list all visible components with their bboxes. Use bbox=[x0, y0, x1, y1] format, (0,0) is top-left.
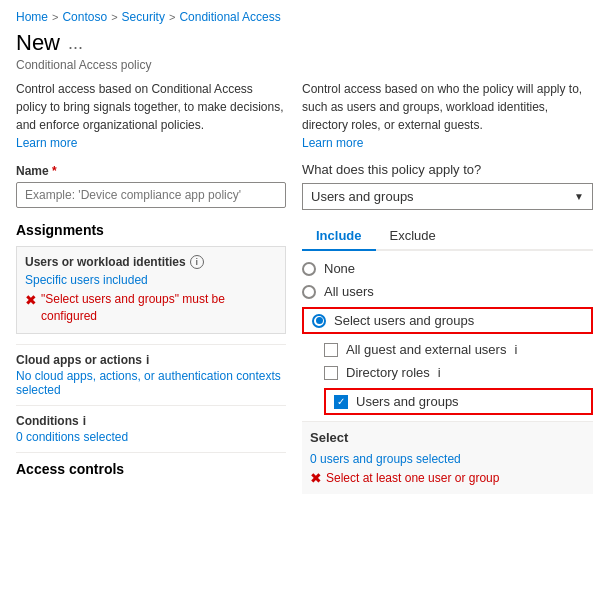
assignments-title: Assignments bbox=[16, 222, 286, 238]
tab-exclude[interactable]: Exclude bbox=[376, 222, 450, 251]
select-section: Select 0 users and groups selected ✖ Sel… bbox=[302, 421, 593, 494]
policy-question: What does this policy apply to? bbox=[302, 162, 593, 177]
cloud-apps-title[interactable]: Cloud apps or actions bbox=[16, 353, 142, 367]
page-title: New bbox=[16, 30, 60, 56]
breadcrumb-home[interactable]: Home bbox=[16, 10, 48, 24]
conditions-item: Conditions i 0 conditions selected bbox=[16, 405, 286, 452]
dropdown-value: Users and groups bbox=[311, 189, 414, 204]
checkbox-users-groups-icon bbox=[334, 395, 348, 409]
page-title-container: New ... bbox=[16, 30, 593, 56]
option-all-users-label: All users bbox=[324, 284, 374, 299]
left-panel: Control access based on Conditional Acce… bbox=[16, 80, 286, 494]
cloud-apps-item: Cloud apps or actions i No cloud apps, a… bbox=[16, 344, 286, 405]
users-workload-group: Users or workload identities i Specific … bbox=[16, 246, 286, 334]
page-header: New ... Conditional Access policy bbox=[0, 30, 609, 80]
breadcrumb-sep-3: > bbox=[169, 11, 175, 23]
breadcrumb-sep-2: > bbox=[111, 11, 117, 23]
page-subtitle: Conditional Access policy bbox=[16, 58, 593, 72]
left-description: Control access based on Conditional Acce… bbox=[16, 80, 286, 152]
tab-include[interactable]: Include bbox=[302, 222, 376, 251]
select-section-title: Select bbox=[310, 430, 585, 445]
radio-all-users-icon bbox=[302, 285, 316, 299]
users-group-title-container: Users or workload identities i bbox=[25, 255, 277, 269]
policy-dropdown[interactable]: Users and groups ▼ bbox=[302, 183, 593, 210]
right-description: Control access based on who the policy w… bbox=[302, 80, 593, 152]
breadcrumb-conditional-access[interactable]: Conditional Access bbox=[179, 10, 280, 24]
name-input[interactable] bbox=[16, 182, 286, 208]
breadcrumb-security[interactable]: Security bbox=[122, 10, 165, 24]
checkbox-directory-roles-icon bbox=[324, 366, 338, 380]
option-select-users-box[interactable]: Select users and groups bbox=[302, 307, 593, 334]
cloud-apps-info-icon[interactable]: i bbox=[146, 353, 149, 367]
checkbox-all-guest[interactable]: All guest and external users i bbox=[324, 342, 593, 357]
option-all-users[interactable]: All users bbox=[302, 284, 593, 299]
checkbox-all-guest-label: All guest and external users bbox=[346, 342, 506, 357]
cloud-apps-title-container: Cloud apps or actions i bbox=[16, 353, 286, 367]
left-learn-more-link[interactable]: Learn more bbox=[16, 136, 77, 150]
more-options-icon[interactable]: ... bbox=[68, 33, 83, 54]
users-error-text: "Select users and groups" must be config… bbox=[41, 291, 277, 325]
users-group-title[interactable]: Users or workload identities bbox=[25, 255, 186, 269]
conditions-info-icon[interactable]: i bbox=[83, 414, 86, 428]
breadcrumb: Home > Contoso > Security > Conditional … bbox=[0, 0, 609, 30]
option-select-users-label: Select users and groups bbox=[334, 313, 474, 328]
conditions-value: 0 conditions selected bbox=[16, 430, 286, 444]
conditions-title-container: Conditions i bbox=[16, 414, 286, 428]
select-error-icon: ✖ bbox=[310, 470, 322, 486]
access-controls-title: Access controls bbox=[16, 461, 286, 477]
checkbox-directory-roles-label: Directory roles bbox=[346, 365, 430, 380]
checkbox-options: All guest and external users i Directory… bbox=[324, 342, 593, 415]
required-asterisk: * bbox=[52, 164, 57, 178]
checkbox-directory-roles[interactable]: Directory roles i bbox=[324, 365, 593, 380]
right-panel: Control access based on who the policy w… bbox=[302, 80, 593, 494]
radio-select-users-icon bbox=[312, 314, 326, 328]
include-exclude-tabs: Include Exclude bbox=[302, 222, 593, 251]
access-controls-section: Access controls bbox=[16, 452, 286, 477]
users-group-info-icon[interactable]: i bbox=[190, 255, 204, 269]
breadcrumb-contoso[interactable]: Contoso bbox=[62, 10, 107, 24]
name-label: Name * bbox=[16, 164, 286, 178]
users-error-box: ✖ "Select users and groups" must be conf… bbox=[25, 291, 277, 325]
radio-none-icon bbox=[302, 262, 316, 276]
directory-roles-info-icon[interactable]: i bbox=[438, 365, 441, 380]
option-none-label: None bbox=[324, 261, 355, 276]
select-error: ✖ Select at least one user or group bbox=[310, 470, 585, 486]
error-circle-icon: ✖ bbox=[25, 291, 37, 309]
main-layout: Control access based on Conditional Acce… bbox=[0, 80, 609, 494]
breadcrumb-sep-1: > bbox=[52, 11, 58, 23]
right-learn-more-link[interactable]: Learn more bbox=[302, 136, 363, 150]
option-none[interactable]: None bbox=[302, 261, 593, 276]
checkbox-users-groups-box[interactable]: Users and groups bbox=[324, 388, 593, 415]
all-guest-info-icon[interactable]: i bbox=[514, 342, 517, 357]
users-groups-selected-link[interactable]: 0 users and groups selected bbox=[310, 452, 461, 466]
conditions-title[interactable]: Conditions bbox=[16, 414, 79, 428]
checkbox-users-groups-label: Users and groups bbox=[356, 394, 459, 409]
dropdown-arrow-icon: ▼ bbox=[574, 191, 584, 202]
select-error-text: Select at least one user or group bbox=[326, 471, 499, 485]
cloud-apps-value: No cloud apps, actions, or authenticatio… bbox=[16, 369, 286, 397]
specific-users-text: Specific users included bbox=[25, 273, 277, 287]
checkbox-all-guest-icon bbox=[324, 343, 338, 357]
